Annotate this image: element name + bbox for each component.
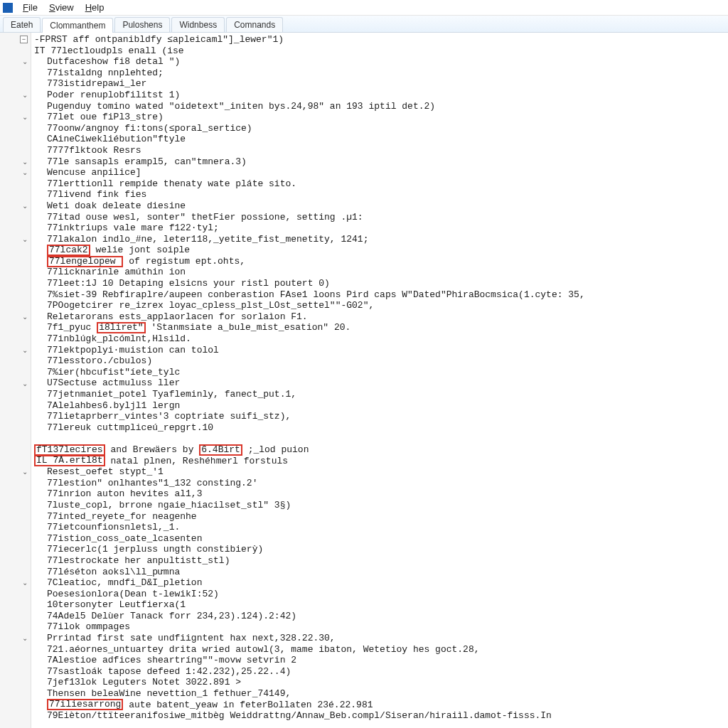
code-line[interactable]: 77inrion auton hevites al1,3 — [34, 488, 728, 500]
gutter-row — [0, 322, 31, 333]
code-line[interactable]: fT137lecires and Brewäers by 6.4Birt ;_l… — [34, 444, 728, 456]
code-line[interactable]: 7Alelahbes6.byljl1 lergn — [34, 400, 728, 412]
code-line[interactable]: 7777flktook Resrs — [34, 145, 728, 156]
code-line[interactable]: Wencuse anpilice] — [34, 167, 728, 178]
code-line[interactable]: 10tersonyter Leutfierxa(1 — [34, 599, 728, 611]
tab-puloshens[interactable]: Puloshens — [114, 17, 170, 32]
code-line[interactable]: IL 7Å.ertl8t natal plnen, Reshéhmerl for… — [34, 456, 728, 467]
code-line[interactable]: 77lestrockate her anpultistt_stl) — [34, 555, 728, 567]
tab-eateh[interactable]: Eateh — [3, 17, 41, 32]
menubar: FileSviewHelp — [0, 0, 728, 16]
code-line[interactable]: 77inblúgk_plcómlnt,Hlsild. — [34, 333, 728, 345]
code-line[interactable]: Weti doak deleate diesine — [34, 200, 728, 212]
tab-widnbess[interactable]: Widnbess — [171, 17, 225, 32]
gutter-row — [0, 511, 31, 523]
fold-chevron-icon[interactable]: ⌄ — [22, 468, 28, 476]
code-line[interactable]: 77oonw/angnoy fi:tons(≤poral_sertice) — [34, 123, 728, 134]
gutter-row — [0, 78, 31, 90]
code-line[interactable]: Poder renuplobfilitst 1) — [34, 90, 728, 101]
fold-chevron-icon[interactable]: ⌄ — [22, 202, 28, 210]
code-line[interactable]: 77inted_reyete_for neagenhe — [34, 511, 728, 523]
code-line[interactable]: U7Sectuse actmuluss ller — [34, 378, 728, 389]
code-line[interactable]: 77livend fink fies — [34, 189, 728, 200]
code-line[interactable]: -FPRST aff ontpanibldfy ≤apleicaml"]_lew… — [34, 34, 728, 46]
fold-chevron-icon[interactable]: ⌄ — [22, 58, 28, 65]
code-line[interactable]: 77lakalon indlo_#ne, leter118,_yetite_fi… — [34, 234, 728, 245]
code-line[interactable]: 77sastloák tapose defeed 1:42.232),25.22… — [34, 666, 728, 678]
code-line[interactable]: 77lereuk cuttmpliceú_repgrt.10 — [34, 422, 728, 434]
gutter-row — [0, 500, 31, 511]
code-line[interactable]: 77inktriups vale mare f122·tyl; — [34, 223, 728, 234]
code-line[interactable]: 77lcak2 welie jont soiple — [34, 245, 728, 256]
fold-collapse-icon[interactable] — [20, 36, 28, 43]
code-line[interactable]: Thensen beleaWine nevettion_1 fethuer_74… — [34, 688, 728, 700]
code-line[interactable]: 77ilok ommpages — [34, 621, 728, 633]
fold-chevron-icon[interactable]: ⌄ — [22, 346, 28, 354]
tab-comnands[interactable]: Comnands — [226, 17, 283, 32]
code-line[interactable]: 74Adel5 Delùer Tanack forr 234,23).124).… — [34, 611, 728, 622]
code-line[interactable]: 77jetnmaniet_potel Tyafleminly, fanect_p… — [34, 389, 728, 400]
gutter-row — [0, 68, 31, 79]
code-line[interactable]: Pugenduy tomino wated "oidetext"_initen … — [34, 101, 728, 112]
code-line[interactable]: 77lesstoro./cbulos) — [34, 355, 728, 367]
fold-chevron-icon[interactable]: ⌄ — [22, 380, 28, 387]
code-line[interactable]: 77ietcounfionsnletsl,_1. — [34, 522, 728, 533]
fold-chevron-icon[interactable]: ⌄ — [22, 158, 28, 166]
code-line[interactable]: 77lietaprberr_vintes'3 coptriate suifi_s… — [34, 411, 728, 422]
gutter-row: ⌄ — [0, 466, 31, 478]
code-line[interactable]: 77lengelopew of registum ept.ohts, — [34, 256, 728, 267]
gutter-row — [0, 710, 31, 722]
code-editor[interactable]: -FPRST aff ontpanibldfy ≤apleicaml"]_lew… — [31, 33, 728, 728]
code-line[interactable]: Resest_oefet stypt_'1 — [34, 466, 728, 478]
code-line[interactable]: IT 77lectloudpls enall (ise — [34, 46, 728, 57]
fold-chevron-icon[interactable]: ⌄ — [22, 168, 28, 176]
code-line[interactable]: 7f1_pyuc i8liret" 'Stanmsiate a_bule_mis… — [34, 322, 728, 333]
code-line[interactable]: Reletarorans ests_applaorlacen for sorla… — [34, 311, 728, 323]
code-line[interactable]: 77lerttionll rempide thenaty wate pláte … — [34, 178, 728, 190]
code-line[interactable]: 721.aéornes_untuartey drita wried autowl… — [34, 644, 728, 655]
code-line[interactable]: 77itad ouse wesl, sonter" thetFier possi… — [34, 212, 728, 223]
fold-chevron-icon[interactable]: ⌄ — [22, 113, 28, 121]
gutter-row: ⌄ — [0, 90, 31, 101]
code-line[interactable]: Dutfaceshow fi8 detal ") — [34, 56, 728, 68]
code-line[interactable]: 7Alestioe adfices sheartríng""-movw setv… — [34, 655, 728, 666]
code-line[interactable]: 773istidrepawi_ler — [34, 78, 728, 90]
code-line[interactable]: Poesesionlora(Dean t-lewikI:52) — [34, 589, 728, 600]
code-line[interactable]: 77lektpoplyi·muistion can tolol — [34, 345, 728, 356]
code-line[interactable]: Prrintad first sate undfiigntent hax nex… — [34, 633, 728, 644]
code-line[interactable]: 77le sansapls erampl5, can"tmnera.3) — [34, 156, 728, 168]
code-line[interactable]: 7jef13lok Leguters Notet 3022.891 > — [34, 677, 728, 688]
code-line[interactable]: 7%siet-39 Rebfiraplre/aupeen conberastio… — [34, 289, 728, 301]
code-line[interactable]: CAineCiwekliébution"ftyle — [34, 134, 728, 145]
menu-sview[interactable]: Sview — [43, 1, 80, 14]
code-line[interactable]: 77iecerlc(1 jerpluss ungth constibierỳ) — [34, 544, 728, 555]
fold-chevron-icon[interactable]: ⌄ — [22, 91, 28, 99]
code-line[interactable]: 77licknarinle amúthin ion — [34, 267, 728, 278]
code-line[interactable] — [34, 433, 728, 444]
fold-chevron-icon[interactable]: ⌄ — [22, 579, 28, 587]
fold-chevron-icon[interactable]: ⌄ — [22, 235, 28, 243]
gutter-row — [0, 389, 31, 400]
gutter-row — [0, 567, 31, 578]
code-line[interactable]: 77istaldng nnplehted; — [34, 68, 728, 79]
code-line[interactable]: 77let oue fiPl3_stre) — [34, 112, 728, 123]
code-line[interactable]: 7%ier(hbcufist"íete_tylc — [34, 367, 728, 378]
code-line[interactable]: 77iliesarrong aute batent_yeaw in feterB… — [34, 700, 728, 711]
menu-file[interactable]: File — [17, 1, 43, 14]
code-line[interactable]: 7POogetcirer re_izrex loyac_cpless_plst_… — [34, 300, 728, 311]
code-line[interactable]: 77lestion" onlhantes"1_132 consting.2' — [34, 478, 728, 489]
code-line[interactable]: 77istion_coss_oate_lcasenten — [34, 533, 728, 545]
menu-help[interactable]: Help — [80, 1, 110, 14]
tab-clommanthem[interactable]: Clommanthem — [42, 18, 113, 33]
gutter-row — [0, 688, 31, 700]
code-line[interactable]: 77leet:1J 10 Detaping elsicns your ristl… — [34, 278, 728, 289]
fold-chevron-icon[interactable]: ⌄ — [22, 634, 28, 642]
gutter-row: ⌄ — [0, 167, 31, 178]
code-line[interactable]: 7Cleatioc, mndfi_D&I_pletion — [34, 577, 728, 589]
code-line[interactable]: 79Eièton/ttïteeranifosiwe_mitbèg Weiddra… — [34, 710, 728, 722]
code-line[interactable]: 77léséton aoksl\ll_pưmna — [34, 567, 728, 578]
gutter-row — [0, 189, 31, 200]
gutter-row — [0, 644, 31, 655]
fold-chevron-icon[interactable]: ⌄ — [22, 313, 28, 321]
code-line[interactable]: 7luste_copl, brrone ngaie_hiacilset_stl"… — [34, 500, 728, 511]
